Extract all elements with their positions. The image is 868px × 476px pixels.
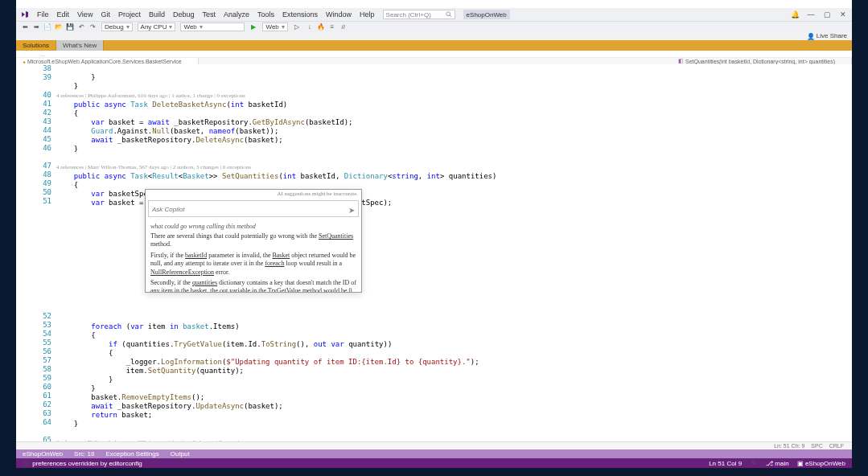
menu-test[interactable]: Test <box>202 10 216 18</box>
copilot-input[interactable] <box>152 206 335 213</box>
window-close-icon[interactable]: ✕ <box>839 10 847 18</box>
menu-tools[interactable]: Tools <box>257 10 274 18</box>
platform-dropdown[interactable]: Any CPU▾ <box>138 23 176 31</box>
nav-class[interactable]: ⬥ Microsoft.eShopWeb.ApplicationCore.Ser… <box>16 58 199 64</box>
status-src[interactable]: Src: 18 <box>74 450 94 458</box>
lineending: CRLF <box>829 443 844 449</box>
editor-statusbar: Ln: 51 Ch: 9 SPC CRLF <box>16 441 852 449</box>
startup-dropdown[interactable]: Web▾ <box>180 23 245 31</box>
status-exc[interactable]: Exception Settings <box>105 450 158 458</box>
status-info-icon: ⓘ <box>23 459 31 467</box>
menu-project[interactable]: Project <box>118 10 141 18</box>
nav-fwd-icon[interactable]: ➡ <box>32 23 40 31</box>
notification-icon[interactable]: 🔔 <box>791 10 799 18</box>
status-sln[interactable]: eShopOnWeb <box>23 450 63 458</box>
secondary-statusbar: eShopOnWeb Src: 18 Exception Settings Ou… <box>16 449 852 458</box>
file-nav-bar: ⬥ Microsoft.eShopWeb.ApplicationCore.Ser… <box>16 58 852 64</box>
status-output[interactable]: Output <box>171 450 190 458</box>
copilot-question: what could go wrong calling this method <box>150 223 356 230</box>
copilot-input-wrap: ➤ <box>148 200 359 217</box>
nav-member[interactable]: ◧ SetQuantities(int basketId, Dictionary… <box>672 58 852 64</box>
line-gutter: 3839404142434445464748495051525354555657… <box>16 64 56 441</box>
status-edit-icon[interactable]: ✎ <box>750 459 758 467</box>
main-statusbar: ⓘ preferences overridden by editorconfig… <box>16 458 852 468</box>
format-icon[interactable]: ≡ <box>328 23 336 31</box>
menu-git[interactable]: Git <box>101 10 110 18</box>
open-icon[interactable]: 📂 <box>55 23 63 31</box>
menu-extensions[interactable]: Extensions <box>282 10 318 18</box>
window-minimize-icon[interactable]: — <box>807 10 815 18</box>
redo-icon[interactable]: ↷ <box>88 23 97 31</box>
solution-name: eShopOnWeb <box>463 10 510 19</box>
undo-icon[interactable]: ↶ <box>77 23 85 31</box>
vs-logo-icon <box>21 10 29 18</box>
copilot-send-icon[interactable]: ➤ <box>348 206 355 215</box>
branch-icon: ⎇ <box>766 460 773 467</box>
copilot-popup: AI suggestions might be inaccurate. ➤ wh… <box>145 189 362 293</box>
comment-icon[interactable]: // <box>339 23 348 31</box>
search-input[interactable]: Search (Ctrl+Q) <box>383 10 455 19</box>
cursor-pos: Ln: 51 Ch: 9 <box>774 443 804 449</box>
menu-view[interactable]: View <box>77 10 93 18</box>
status-repo[interactable]: ▣ eShopOnWeb <box>797 460 845 467</box>
nav-back-icon[interactable]: ⬅ <box>21 23 29 31</box>
status-branch[interactable]: ⎇ main <box>766 460 789 467</box>
code-editor[interactable]: 3839404142434445464748495051525354555657… <box>16 64 852 441</box>
menu-file[interactable]: File <box>37 10 49 18</box>
copilot-response: what could go wrong calling this method … <box>146 220 361 292</box>
menu-debug[interactable]: Debug <box>173 10 195 18</box>
menu-window[interactable]: Window <box>326 10 352 18</box>
new-file-icon[interactable]: 📄 <box>43 23 51 31</box>
repo-icon: ▣ <box>797 460 804 467</box>
window-restore-icon[interactable]: ▢ <box>823 10 831 18</box>
run-dropdown[interactable]: Web▾ <box>262 23 287 31</box>
breadcrumb: ... <box>16 51 852 58</box>
status-msg: preferences overridden by editorconfig <box>32 460 142 467</box>
status-pos: Ln 51 Col 9 <box>709 460 742 467</box>
tab-solutions[interactable]: Solutions <box>16 40 56 51</box>
tool-tabstrip: Solutions What's New <box>16 40 852 51</box>
run-icon[interactable]: ▶ <box>249 23 257 31</box>
encoding: SPC <box>811 443 822 449</box>
menu-build[interactable]: Build <box>149 10 165 18</box>
step-icon[interactable]: ↓ <box>306 23 314 31</box>
tab-whats-new[interactable]: What's New <box>56 40 104 51</box>
svg-line-1 <box>449 15 450 17</box>
config-dropdown[interactable]: Debug▾ <box>101 23 133 31</box>
liveshare-icon[interactable]: 👤 <box>807 32 815 40</box>
menu-help[interactable]: Help <box>360 10 375 18</box>
hotreload-icon[interactable]: 🔥 <box>317 23 325 31</box>
menu-edit[interactable]: Edit <box>57 10 70 18</box>
save-icon[interactable]: 💾 <box>66 23 74 31</box>
main-toolbar: ⬅ ➡ 📄 📂 💾 ↶ ↷ Debug▾ Any CPU▾ Web▾ ▶ Web… <box>16 21 852 32</box>
stop-icon[interactable]: ▷ <box>293 23 301 31</box>
copilot-hint: AI suggestions might be inaccurate. <box>146 190 361 198</box>
menu-analyze[interactable]: Analyze <box>224 10 249 18</box>
liveshare-label[interactable]: Live Share <box>817 32 847 40</box>
search-icon <box>446 11 452 18</box>
menu-bar: File Edit View Git Project Build Debug T… <box>16 8 852 21</box>
